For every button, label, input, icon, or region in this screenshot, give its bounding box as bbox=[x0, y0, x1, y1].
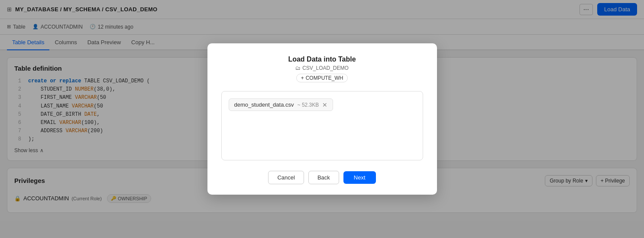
file-name: demo_student_data.csv bbox=[234, 101, 294, 108]
warehouse-tag: + COMPUTE_WH bbox=[296, 74, 348, 82]
modal-warehouse: + COMPUTE_WH bbox=[221, 74, 423, 82]
file-icon: 🗂 bbox=[295, 65, 301, 71]
file-remove-button[interactable]: ✕ bbox=[322, 102, 327, 108]
file-chip: demo_student_data.csv ~ 52.3KB ✕ bbox=[229, 98, 333, 111]
back-button[interactable]: Back bbox=[308, 171, 339, 184]
cancel-button[interactable]: Cancel bbox=[268, 171, 304, 184]
load-data-modal: Load Data into Table 🗂 CSV_LOAD_DEMO + C… bbox=[207, 43, 437, 195]
modal-table-name: CSV_LOAD_DEMO bbox=[302, 65, 349, 71]
next-button[interactable]: Next bbox=[343, 171, 376, 184]
modal-subtitle: 🗂 CSV_LOAD_DEMO bbox=[221, 65, 423, 71]
file-upload-area[interactable]: demo_student_data.csv ~ 52.3KB ✕ bbox=[221, 91, 423, 160]
warehouse-name: COMPUTE_WH bbox=[306, 75, 343, 81]
file-size: ~ 52.3KB bbox=[298, 102, 319, 108]
warehouse-prefix: + bbox=[301, 75, 304, 81]
modal-overlay: Load Data into Table 🗂 CSV_LOAD_DEMO + C… bbox=[0, 0, 644, 238]
modal-actions: Cancel Back Next bbox=[221, 171, 423, 184]
modal-title: Load Data into Table bbox=[221, 55, 423, 63]
